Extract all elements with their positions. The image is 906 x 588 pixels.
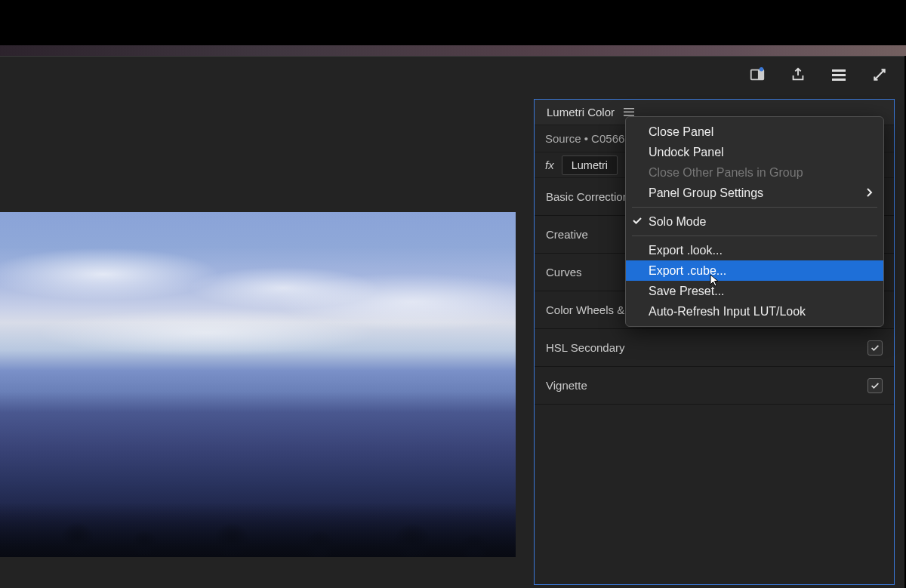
menu-item-label: Undock Panel (649, 146, 724, 159)
window-titlebar-gradient (0, 45, 906, 56)
menu-icon[interactable] (829, 65, 849, 85)
section-label: Color Wheels & (546, 303, 624, 316)
menu-panel-group-settings[interactable]: Panel Group Settings (626, 183, 883, 203)
svg-rect-1 (758, 70, 763, 80)
fx-label: fx (545, 159, 554, 171)
menu-item-label: Auto-Refresh Input LUT/Look (649, 305, 806, 319)
menu-item-label: Save Preset... (649, 285, 725, 298)
section-label: Basic Correction (546, 190, 629, 203)
section-label: HSL Secondary (546, 341, 625, 354)
fullscreen-icon[interactable] (870, 65, 889, 85)
checkbox-icon[interactable] (867, 378, 883, 393)
svg-rect-5 (832, 79, 846, 81)
panel-title: Lumetri Color (547, 106, 615, 119)
chevron-right-icon (867, 186, 873, 200)
top-toolbar (747, 57, 897, 93)
section-label: Vignette (546, 379, 587, 392)
menu-separator (632, 236, 877, 236)
menu-solo-mode[interactable]: Solo Mode (626, 211, 883, 232)
svg-rect-3 (832, 69, 846, 72)
section-vignette[interactable]: Vignette (535, 367, 894, 405)
workspace-icon[interactable] (747, 65, 767, 85)
program-monitor-preview (0, 212, 516, 557)
menu-undock-panel[interactable]: Undock Panel (626, 142, 883, 162)
menu-item-label: Close Panel (649, 125, 713, 139)
menu-export-cube[interactable]: Export .cube... (626, 260, 883, 281)
section-label: Creative (546, 228, 588, 241)
svg-point-2 (760, 67, 764, 72)
share-icon[interactable] (788, 65, 808, 85)
section-hsl-secondary[interactable]: HSL Secondary (535, 329, 894, 367)
section-label: Curves (546, 266, 582, 279)
lumetri-effect-button[interactable]: Lumetri (562, 155, 618, 175)
menu-save-preset[interactable]: Save Preset... (626, 281, 883, 301)
menu-item-label: Export .cube... (649, 264, 726, 278)
checkmark-icon (632, 215, 643, 229)
menu-export-look[interactable]: Export .look... (626, 240, 883, 260)
menu-auto-refresh-lut[interactable]: Auto-Refresh Input LUT/Look (626, 301, 883, 322)
menu-separator (632, 207, 877, 208)
preview-rocks (0, 466, 516, 557)
menu-item-label: Solo Mode (649, 215, 707, 229)
checkbox-icon[interactable] (867, 340, 883, 356)
svg-rect-8 (624, 115, 634, 116)
svg-rect-6 (624, 108, 634, 109)
menu-item-label: Close Other Panels in Group (649, 166, 803, 180)
menu-item-label: Panel Group Settings (649, 186, 763, 200)
menu-close-panel[interactable]: Close Panel (626, 122, 883, 142)
panel-context-menu: Close Panel Undock Panel Close Other Pan… (625, 116, 884, 327)
svg-rect-7 (624, 111, 634, 112)
svg-rect-4 (832, 74, 846, 76)
menu-item-label: Export .look... (649, 244, 723, 257)
menu-close-other-panels: Close Other Panels in Group (626, 162, 883, 183)
